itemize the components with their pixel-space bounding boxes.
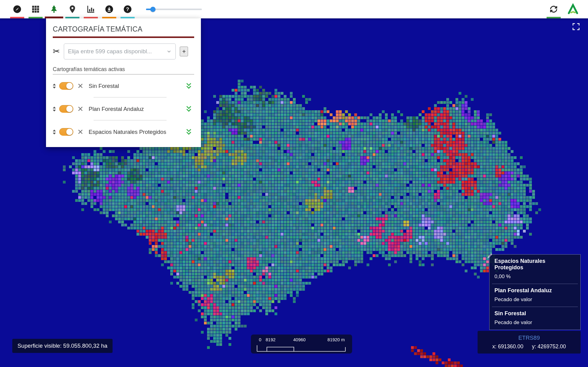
title-rule	[53, 36, 194, 38]
layer-label: Plan Forestal Andaluz	[89, 106, 185, 112]
layer-label: Espacios Naturales Protegidos	[89, 129, 185, 135]
scale-tick-81920: 81920 m	[328, 337, 345, 342]
remove-layer-icon[interactable]: ✕	[77, 105, 83, 113]
info-section: Espacios Naturales Protegidos 0,00 %	[490, 255, 580, 284]
fullscreen-icon	[571, 22, 581, 31]
remove-layer-icon[interactable]: ✕	[77, 82, 83, 90]
surface-visible-text: Superficie visible: 59.055.800,32 ha	[17, 342, 107, 349]
coordinate-y: y: 4269752.00	[532, 343, 566, 350]
coordinate-x: x: 691360.00	[492, 343, 523, 350]
svg-text:?: ?	[126, 6, 129, 12]
layer-row: ✕ Espacios Naturales Protegidos	[53, 120, 194, 143]
sort-handle[interactable]	[53, 107, 56, 112]
tool-underline	[547, 17, 561, 18]
layer-toggle[interactable]	[59, 128, 73, 136]
layer-row: ✕ Plan Forestal Andaluz	[53, 97, 194, 120]
thematic-cartography-tool-button[interactable]	[45, 0, 63, 18]
layer-select[interactable]: Elija entre 599 capas disponibl...	[64, 44, 176, 59]
datum-label[interactable]: ETRS89	[518, 335, 540, 341]
expand-chevrons-icon[interactable]	[185, 105, 193, 113]
toolbar-right-group	[544, 0, 588, 18]
coordinates-values: x: 691360.00 y: 4269752.00	[492, 343, 566, 350]
add-layer-button[interactable]: +	[180, 47, 188, 56]
fullscreen-button[interactable]	[571, 22, 581, 31]
layer-toggle[interactable]	[59, 105, 73, 113]
location-tool-button[interactable]	[63, 0, 82, 18]
tree-icon	[49, 5, 59, 14]
slider-thumb[interactable]	[150, 7, 156, 12]
download-tool-button[interactable]	[100, 0, 118, 18]
active-layers-label: Cartografías temáticas activas	[53, 66, 194, 73]
chevron-down-icon	[166, 49, 172, 54]
chart-tool-button[interactable]	[82, 0, 100, 18]
coordinates-panel: ETRS89 x: 691360.00 y: 4269752.00	[478, 331, 581, 354]
andalucia-logo	[563, 0, 583, 18]
tool-underline	[29, 17, 43, 18]
info-section-title: Sin Forestal	[494, 310, 575, 317]
panel-title: CARTOGRAFÍA TEMÁTICA	[53, 25, 194, 33]
layer-info-panel: Espacios Naturales Protegidos 0,00 % Pla…	[489, 254, 581, 330]
scale-tick-8192: 8192	[266, 337, 275, 342]
surface-visible-badge: Superficie visible: 59.055.800,32 ha	[12, 339, 113, 353]
refresh-icon	[549, 5, 558, 14]
grid-icon	[31, 5, 40, 14]
remove-layer-icon[interactable]: ✕	[77, 128, 83, 136]
compass-tool-button[interactable]	[8, 0, 26, 18]
tool-underline	[10, 17, 24, 18]
scale-tick-0: 0	[259, 337, 261, 342]
bar-chart-icon	[86, 5, 95, 14]
layer-select-row: ✂ Elija entre 599 capas disponibl... +	[53, 44, 194, 59]
help-icon: ?	[123, 5, 132, 14]
sort-handle[interactable]	[53, 130, 56, 134]
expand-chevrons-icon[interactable]	[185, 128, 193, 136]
location-pin-icon	[68, 5, 77, 14]
download-circle-icon	[105, 5, 114, 14]
andalucia-logo-icon	[567, 3, 579, 15]
compass-icon	[13, 5, 22, 14]
grid-tool-button[interactable]	[26, 0, 45, 18]
info-section-value: Pecado de valor	[494, 297, 575, 303]
layer-label: Sin Forestal	[89, 83, 185, 89]
refresh-button[interactable]	[544, 0, 563, 18]
toggle-knob	[66, 83, 73, 89]
info-section: Plan Forestal Andaluz Pecado de valor	[490, 284, 580, 307]
info-section-value: 0,00 %	[494, 274, 575, 280]
scale-bar-steps	[256, 344, 346, 352]
info-section-title: Espacios Naturales Protegidos	[494, 258, 575, 271]
help-tool-button[interactable]: ?	[118, 0, 137, 18]
scissors-icon: ✂	[53, 47, 60, 56]
info-section-title: Plan Forestal Andaluz	[494, 287, 575, 294]
edit-pencil-icon[interactable]	[487, 253, 493, 260]
thematic-cartography-panel: CARTOGRAFÍA TEMÁTICA ✂ Elija entre 599 c…	[46, 18, 201, 147]
scale-bar: 0 8192 40960 81920 m	[251, 335, 352, 354]
info-section-value: Pecado de valor	[494, 320, 575, 326]
layer-row: ✕ Sin Forestal	[53, 74, 194, 97]
info-section: Sin Forestal Pecado de valor	[490, 307, 580, 330]
scale-bar-labels: 0 8192 40960 81920 m	[251, 335, 352, 345]
layer-select-placeholder: Elija entre 599 capas disponibl...	[68, 48, 152, 55]
sort-handle[interactable]	[53, 84, 56, 89]
layer-toggle[interactable]	[59, 82, 73, 90]
scale-tick-40960: 40960	[293, 337, 306, 342]
expand-chevrons-icon[interactable]	[185, 82, 193, 90]
main-toolbar: ?	[0, 0, 588, 18]
toggle-knob	[66, 106, 73, 112]
toggle-knob	[66, 129, 73, 135]
opacity-slider[interactable]	[146, 0, 202, 18]
